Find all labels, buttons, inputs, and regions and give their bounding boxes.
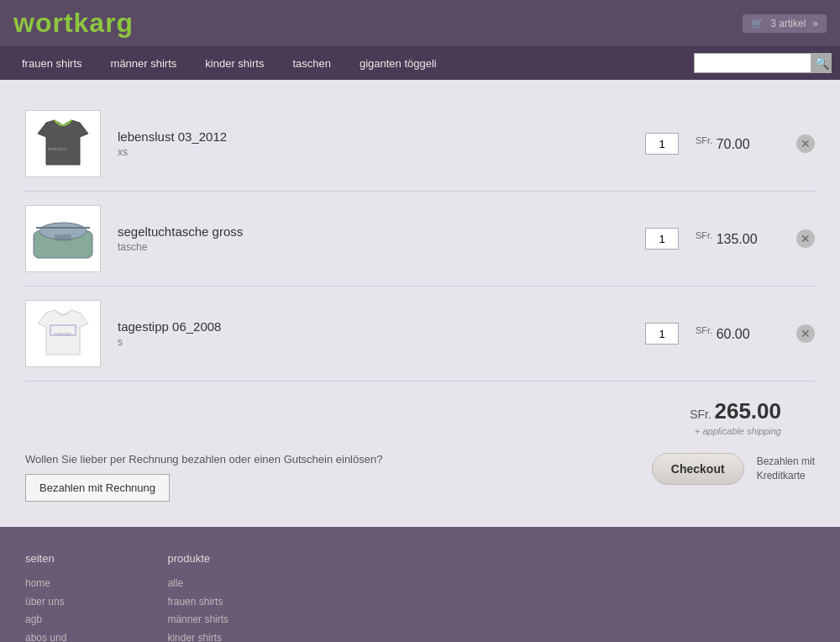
item-image-1: lebenslust [25, 110, 101, 177]
svg-marker-0 [38, 120, 88, 165]
item-name-1: lebenslust 03_2012 [118, 129, 628, 144]
item-price-3: SFr. 60.00 [696, 325, 780, 342]
item-price-value-2: 135.00 [717, 232, 758, 246]
remove-item-2[interactable]: ✕ [796, 229, 815, 248]
cart-label: 3 artikel [770, 18, 806, 29]
footer-link-uber-uns[interactable]: über uns [25, 593, 117, 612]
checkout-button[interactable]: Checkout [652, 453, 744, 485]
search-area: 🔍 [694, 53, 832, 73]
item-qty-2[interactable] [645, 228, 679, 250]
item-variant-2: tasche [118, 241, 628, 253]
footer-link-kinder-shirts[interactable]: kinder shirts [167, 629, 239, 642]
footer-link-manner-shirts[interactable]: männer shirts [167, 611, 239, 629]
payment-question-text: Wollen Sie lieber per Rechnung bezahlen … [25, 453, 627, 466]
remove-item-1[interactable]: ✕ [796, 134, 815, 153]
footer-produkte: produkte alle frauen shirts männer shirt… [167, 552, 239, 642]
svg-rect-5 [55, 234, 71, 241]
item-price-value-1: 70.00 [717, 137, 750, 151]
nav-item-taschen[interactable]: taschen [279, 50, 344, 76]
item-currency-3: SFr. [696, 325, 712, 335]
item-info-3: tagestipp 06_2008 s [118, 319, 628, 348]
item-info-1: lebenslust 03_2012 xs [118, 129, 628, 158]
nav-item-manner-shirts[interactable]: männer shirts [97, 50, 191, 76]
cart-item-2: segeltuchtasche gross tasche SFr. 135.00… [25, 192, 815, 287]
footer-link-alle[interactable]: alle [167, 575, 239, 593]
footer-link-home[interactable]: home [25, 575, 117, 593]
payment-question-area: Wollen Sie lieber per Rechnung bezahlen … [25, 453, 627, 502]
credit-card-label: Bezahlen mitKreditkarte [757, 455, 815, 483]
logo[interactable]: wortkarg [13, 8, 134, 39]
item-price-1: SFr. 70.00 [696, 135, 780, 152]
footer: seiten home über uns agb abos und gesche… [0, 527, 840, 642]
item-currency-1: SFr. [696, 135, 712, 145]
cart-item-3: tagestipp tagestipp 06_2008 s SFr. 60.00… [25, 287, 815, 382]
item-currency-2: SFr. [696, 230, 712, 240]
nav-item-frauen-shirts[interactable]: frauen shirts [8, 50, 96, 76]
item-name-2: segeltuchtasche gross [118, 224, 628, 239]
item-variant-3: s [118, 336, 628, 348]
item-info-2: segeltuchtasche gross tasche [118, 224, 628, 253]
search-input[interactable] [694, 53, 811, 73]
footer-seiten-heading: seiten [25, 552, 117, 565]
pay-invoice-button[interactable]: Bezahlen mit Rechnung [25, 474, 170, 502]
item-name-3: tagestipp 06_2008 [118, 319, 628, 334]
total-display: SFr. 265.00 + applicable shipping [690, 398, 781, 436]
cart-summary[interactable]: 🛒 3 artikel » [743, 14, 827, 33]
search-button[interactable]: 🔍 [811, 53, 832, 73]
svg-text:lebenslust: lebenslust [48, 146, 67, 151]
checkout-area: Checkout Bezahlen mitKreditkarte [652, 453, 815, 485]
nav: frauen shirts männer shirts kinder shirt… [0, 46, 840, 80]
shipping-note: + applicable shipping [690, 426, 781, 436]
total-line: SFr. 265.00 [690, 398, 781, 424]
footer-seiten: seiten home über uns agb abos und gesche… [25, 552, 117, 642]
item-image-2 [25, 205, 101, 272]
item-price-value-3: 60.00 [717, 327, 750, 341]
header: wortkarg 🛒 3 artikel » [0, 0, 840, 46]
remove-item-3[interactable]: ✕ [796, 324, 815, 343]
item-image-3: tagestipp [25, 300, 101, 367]
cart-arrow: » [812, 18, 818, 29]
footer-inner: seiten home über uns agb abos und gesche… [25, 552, 815, 642]
nav-item-kinder-shirts[interactable]: kinder shirts [192, 50, 277, 76]
totals-area: SFr. 265.00 + applicable shipping [25, 398, 815, 436]
item-price-2: SFr. 135.00 [696, 230, 780, 247]
item-qty-1[interactable] [645, 133, 679, 155]
total-amount: 265.00 [714, 398, 781, 424]
footer-link-agb[interactable]: agb [25, 611, 117, 629]
item-qty-3[interactable] [645, 323, 679, 345]
item-variant-1: xs [118, 146, 628, 158]
footer-link-frauen-shirts[interactable]: frauen shirts [167, 593, 239, 612]
nav-item-giganten-toggeli[interactable]: giganten töggeli [346, 50, 450, 76]
cart-icon: 🛒 [751, 18, 764, 29]
bottom-actions: Wollen Sie lieber per Rechnung bezahlen … [25, 453, 815, 502]
footer-link-abos[interactable]: abos und [25, 629, 117, 642]
footer-produkte-heading: produkte [167, 552, 239, 565]
main-content: lebenslust lebenslust 03_2012 xs SFr. 70… [0, 80, 840, 527]
total-currency: SFr. [690, 408, 711, 421]
cart-item-1: lebenslust lebenslust 03_2012 xs SFr. 70… [25, 97, 815, 192]
